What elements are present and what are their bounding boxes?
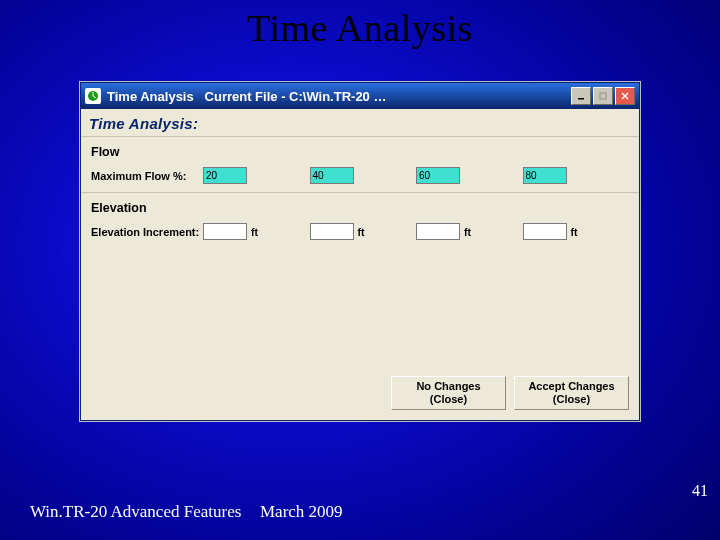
elevation-input-2[interactable]: [310, 223, 354, 240]
elevation-input-4[interactable]: [523, 223, 567, 240]
window-title-file: Current File - C:\Win.TR-20 …: [205, 89, 387, 104]
client-area: [81, 248, 639, 368]
unit-label: ft: [464, 226, 471, 238]
max-flow-label: Maximum Flow %:: [91, 170, 203, 182]
elevation-input-1[interactable]: [203, 223, 247, 240]
titlebar: Time Analysis Current File - C:\Win.TR-2…: [81, 83, 639, 109]
time-analysis-window: Time Analysis Current File - C:\Win.TR-2…: [80, 82, 640, 421]
max-flow-input-3[interactable]: 60: [416, 167, 460, 184]
unit-label: ft: [358, 226, 365, 238]
elevation-heading: Elevation: [81, 193, 639, 219]
window-title-prefix: Time Analysis: [107, 89, 194, 104]
elevation-row: Elevation Increment: ft ft ft ft: [81, 219, 639, 248]
max-flow-input-4[interactable]: 80: [523, 167, 567, 184]
flow-row: Maximum Flow %: 20 40 60 80: [81, 163, 639, 192]
unit-label: ft: [571, 226, 578, 238]
minimize-button[interactable]: [571, 87, 591, 105]
panel-subtitle: Time Analysis:: [81, 109, 639, 137]
maximize-button[interactable]: [593, 87, 613, 105]
accept-line2: (Close): [553, 393, 590, 406]
window-controls: [571, 87, 635, 105]
slide-title: Time Analysis: [0, 0, 720, 50]
svg-rect-2: [600, 93, 606, 99]
close-button[interactable]: [615, 87, 635, 105]
accept-changes-button[interactable]: Accept Changes (Close): [514, 376, 629, 410]
elevation-input-3[interactable]: [416, 223, 460, 240]
elevation-increment-label: Elevation Increment:: [91, 226, 203, 238]
footer-date: March 2009: [260, 502, 343, 522]
no-changes-button[interactable]: No Changes (Close): [391, 376, 506, 410]
no-changes-line1: No Changes: [416, 380, 480, 393]
window-title: Time Analysis Current File - C:\Win.TR-2…: [103, 89, 569, 104]
max-flow-input-1[interactable]: 20: [203, 167, 247, 184]
unit-label: ft: [251, 226, 258, 238]
no-changes-line2: (Close): [430, 393, 467, 406]
max-flow-input-2[interactable]: 40: [310, 167, 354, 184]
footer-left: Win.TR-20 Advanced Features: [30, 502, 241, 522]
button-bar: No Changes (Close) Accept Changes (Close…: [81, 368, 639, 420]
accept-line1: Accept Changes: [528, 380, 614, 393]
app-icon: [85, 88, 101, 104]
page-number: 41: [692, 482, 708, 500]
svg-rect-1: [578, 98, 584, 100]
flow-heading: Flow: [81, 137, 639, 163]
